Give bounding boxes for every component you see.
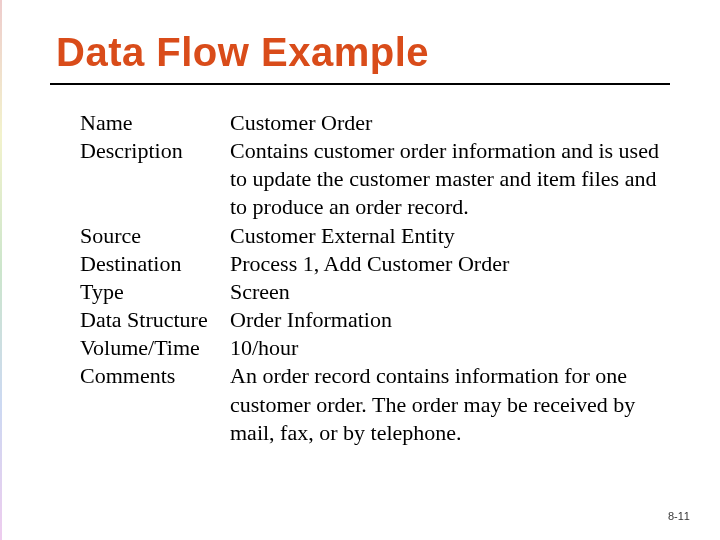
value-volume-time: 10/hour xyxy=(230,334,670,362)
label-description: Description xyxy=(80,137,230,221)
value-destination: Process 1, Add Customer Order xyxy=(230,250,670,278)
slide-title: Data Flow Example xyxy=(56,30,670,75)
row-comments: Comments An order record contains inform… xyxy=(80,362,670,446)
value-type: Screen xyxy=(230,278,670,306)
row-volume-time: Volume/Time 10/hour xyxy=(80,334,670,362)
label-data-structure: Data Structure xyxy=(80,306,230,334)
row-data-structure: Data Structure Order Information xyxy=(80,306,670,334)
label-volume-time: Volume/Time xyxy=(80,334,230,362)
label-comments: Comments xyxy=(80,362,230,446)
value-comments: An order record contains information for… xyxy=(230,362,670,446)
label-name: Name xyxy=(80,109,230,137)
value-data-structure: Order Information xyxy=(230,306,670,334)
value-name: Customer Order xyxy=(230,109,670,137)
row-destination: Destination Process 1, Add Customer Orde… xyxy=(80,250,670,278)
definition-list: Name Customer Order Description Contains… xyxy=(50,109,670,447)
row-type: Type Screen xyxy=(80,278,670,306)
title-rule xyxy=(50,83,670,85)
label-source: Source xyxy=(80,222,230,250)
row-source: Source Customer External Entity xyxy=(80,222,670,250)
value-description: Contains customer order information and … xyxy=(230,137,670,221)
slide-number: 8-11 xyxy=(668,510,690,522)
label-type: Type xyxy=(80,278,230,306)
row-name: Name Customer Order xyxy=(80,109,670,137)
label-destination: Destination xyxy=(80,250,230,278)
decorative-edge xyxy=(0,0,2,540)
slide: Data Flow Example Name Customer Order De… xyxy=(0,0,720,540)
value-source: Customer External Entity xyxy=(230,222,670,250)
row-description: Description Contains customer order info… xyxy=(80,137,670,221)
